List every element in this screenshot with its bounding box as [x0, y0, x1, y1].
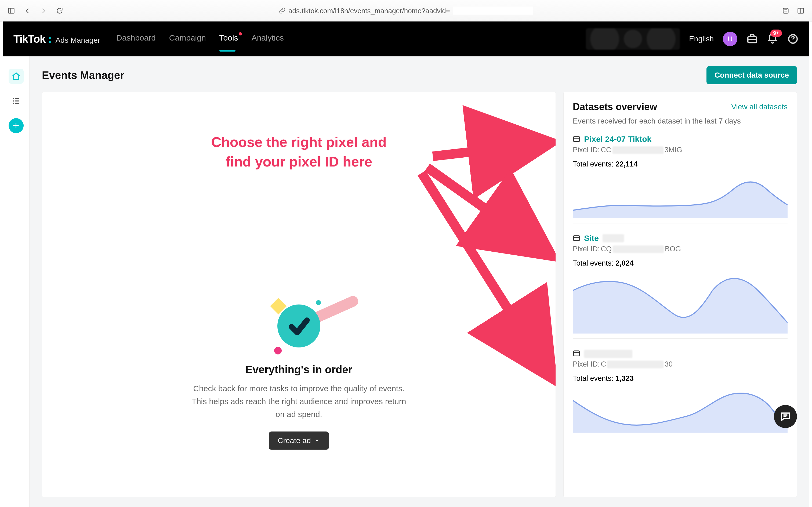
- empty-state-title: Everything's in order: [189, 363, 409, 376]
- dataset-pixel-id: Pixel ID: CC3MIG: [573, 146, 788, 154]
- chat-fab[interactable]: [774, 405, 797, 428]
- checkmark-graphic: [269, 296, 329, 355]
- annotation-line2: find your pixel ID here: [211, 152, 387, 172]
- dataset-name-link[interactable]: Site: [584, 234, 599, 243]
- avatar[interactable]: U: [723, 32, 737, 46]
- dataset-pixel-id: Pixel ID: C30: [573, 360, 788, 369]
- datasets-subtitle: Events received for each dataset in the …: [573, 117, 788, 125]
- svg-line-17: [433, 142, 553, 156]
- sidebar-toggle-icon[interactable]: [6, 6, 16, 15]
- home-icon: [11, 72, 21, 81]
- create-ad-button[interactable]: Create ad: [269, 431, 329, 450]
- svg-line-19: [421, 173, 553, 380]
- annotation-callout: Choose the right pixel and find your pix…: [211, 132, 387, 172]
- rail-home[interactable]: [9, 69, 23, 84]
- dataset-sparkline: [573, 387, 788, 433]
- redacted-text: [584, 350, 632, 358]
- dataset-item: Site Pixel ID: CQBOG Total events: 2,024: [573, 234, 788, 339]
- main-panel: Choose the right pixel and find your pix…: [42, 92, 556, 497]
- page-title: Events Manager: [42, 69, 124, 81]
- help-icon[interactable]: [787, 33, 799, 45]
- dataset-name-link[interactable]: Pixel 24-07 Tiktok: [584, 134, 651, 144]
- dataset-sparkline: [573, 272, 788, 334]
- tabs-icon[interactable]: [796, 6, 806, 15]
- dataset-name-link[interactable]: [584, 349, 632, 358]
- redacted-text: [602, 234, 624, 242]
- brand-logo[interactable]: TikTok: Ads Manager: [13, 33, 100, 45]
- svg-rect-0: [9, 8, 14, 13]
- dataset-total-events: Total events: 22,114: [573, 160, 788, 168]
- svg-rect-22: [574, 236, 579, 241]
- url-text: ads.tiktok.com/i18n/events_manager/home?…: [288, 6, 450, 15]
- brand-colon: :: [48, 33, 52, 45]
- svg-point-13: [13, 101, 14, 102]
- brand-secondary: Ads Manager: [56, 36, 101, 45]
- app-top-nav: TikTok: Ads Manager Dashboard Campaign T…: [3, 21, 809, 56]
- list-icon: [11, 97, 21, 106]
- svg-point-10: [793, 41, 793, 42]
- svg-point-15: [13, 103, 14, 104]
- web-icon: [573, 135, 580, 143]
- svg-line-18: [427, 168, 553, 257]
- svg-rect-24: [574, 351, 579, 356]
- view-all-datasets-link[interactable]: View all datasets: [731, 103, 788, 111]
- forward-icon: [39, 6, 48, 15]
- create-ad-label: Create ad: [278, 436, 311, 445]
- url-bar[interactable]: ads.tiktok.com/i18n/events_manager/home?…: [279, 6, 533, 15]
- dataset-total-events: Total events: 1,323: [573, 374, 788, 383]
- chat-icon: [779, 410, 791, 422]
- back-icon[interactable]: [22, 6, 32, 15]
- annotation-line1: Choose the right pixel and: [211, 132, 387, 152]
- dataset-total-events: Total events: 2,024: [573, 259, 788, 268]
- left-rail: +: [3, 56, 30, 507]
- briefcase-icon[interactable]: [747, 33, 758, 45]
- reader-icon[interactable]: [781, 6, 791, 15]
- dataset-pixel-id: Pixel ID: CQBOG: [573, 245, 788, 253]
- nav-analytics[interactable]: Analytics: [251, 33, 284, 45]
- language-selector[interactable]: English: [689, 35, 714, 43]
- chevron-down-icon: [314, 438, 320, 443]
- web-icon: [573, 350, 580, 357]
- browser-chrome: ads.tiktok.com/i18n/events_manager/home?…: [0, 0, 812, 21]
- svg-rect-20: [574, 137, 579, 142]
- notification-badge: 9+: [770, 30, 782, 37]
- nav-campaign[interactable]: Campaign: [169, 33, 206, 45]
- nav-tools[interactable]: Tools: [219, 33, 238, 45]
- dataset-sparkline: [573, 173, 788, 218]
- notification-dot-icon: [239, 32, 242, 36]
- dataset-item: Pixel ID: C30 Total events: 1,323: [573, 349, 788, 438]
- svg-point-11: [13, 98, 14, 99]
- nav-tools-label: Tools: [219, 33, 238, 42]
- web-icon: [573, 234, 580, 242]
- account-switcher[interactable]: [586, 28, 680, 50]
- plus-icon: +: [13, 120, 19, 131]
- empty-state: Everything's in order Check back for mor…: [189, 296, 409, 450]
- connect-data-source-button[interactable]: Connect data source: [706, 66, 797, 84]
- empty-state-description: Check back for more tasks to improve the…: [189, 382, 409, 420]
- url-redacted: [453, 7, 533, 15]
- rail-add-button[interactable]: +: [9, 118, 23, 133]
- datasets-title: Datasets overview: [573, 101, 657, 113]
- notifications-button[interactable]: 9+: [767, 33, 778, 45]
- brand-primary: TikTok: [13, 33, 45, 45]
- dataset-item: Pixel 24-07 Tiktok Pixel ID: CC3MIG Tota…: [573, 134, 788, 223]
- nav-dashboard[interactable]: Dashboard: [116, 33, 156, 45]
- reload-icon[interactable]: [55, 6, 64, 15]
- rail-list[interactable]: [9, 94, 23, 109]
- datasets-panel: Datasets overview View all datasets Even…: [563, 92, 797, 497]
